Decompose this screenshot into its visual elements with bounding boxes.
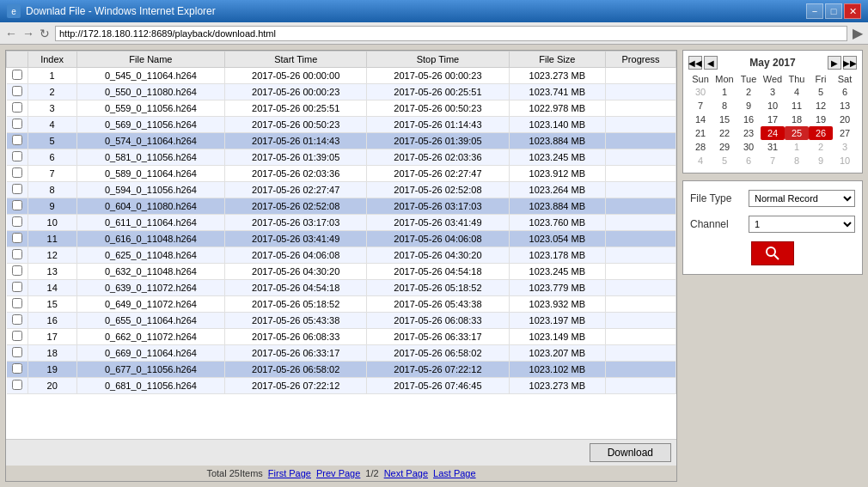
row-checkbox[interactable] (12, 151, 22, 161)
row-checkbox[interactable] (12, 216, 22, 227)
table-row[interactable]: 30_559_0_11056.h2642017-05-26 00:25:5120… (7, 100, 676, 117)
calendar-day[interactable]: 25 (785, 126, 809, 140)
row-checkbox[interactable] (12, 249, 22, 259)
close-button[interactable]: ✕ (844, 3, 861, 19)
calendar-day[interactable]: 23 (737, 126, 761, 140)
calendar-day[interactable]: 22 (712, 126, 737, 140)
calendar-day[interactable]: 20 (833, 113, 857, 126)
search-button[interactable] (751, 241, 794, 265)
last-page-link[interactable]: Last Page (433, 468, 476, 478)
calendar-day[interactable]: 1 (785, 140, 809, 154)
calendar-day[interactable]: 29 (712, 140, 737, 154)
calendar-day[interactable]: 21 (688, 126, 712, 140)
table-row[interactable]: 80_594_0_11056.h2642017-05-26 02:27:4720… (7, 182, 676, 198)
calendar-day[interactable]: 31 (761, 140, 785, 154)
calendar-day[interactable]: 13 (833, 99, 857, 113)
table-row[interactable]: 70_589_0_11064.h2642017-05-26 02:03:3620… (7, 166, 676, 182)
download-button[interactable]: Download (590, 443, 671, 462)
row-checkbox[interactable] (12, 200, 22, 210)
calendar-day[interactable]: 4 (785, 85, 809, 99)
table-row[interactable]: 120_625_0_11048.h2642017-05-26 04:06:082… (7, 247, 676, 264)
row-checkbox[interactable] (12, 184, 22, 194)
table-row[interactable]: 190_677_0_11056.h2642017-05-26 06:58:022… (7, 362, 676, 378)
table-row[interactable]: 130_632_0_11048.h2642017-05-26 04:30:202… (7, 264, 676, 280)
table-row[interactable]: 50_574_0_11064.h2642017-05-26 01:14:4320… (7, 133, 676, 149)
calendar-day[interactable]: 8 (785, 154, 809, 167)
calendar-day[interactable]: 7 (688, 99, 712, 113)
calendar-day[interactable]: 15 (712, 113, 737, 126)
calendar-day[interactable]: 9 (737, 99, 761, 113)
calendar-day[interactable]: 5 (712, 154, 737, 167)
row-checkbox[interactable] (12, 265, 22, 276)
calendar-day[interactable]: 10 (761, 99, 785, 113)
table-row[interactable]: 110_616_0_11048.h2642017-05-26 03:41:492… (7, 231, 676, 247)
row-checkbox[interactable] (12, 167, 22, 178)
calendar-day[interactable]: 8 (712, 99, 737, 113)
calendar-day[interactable]: 28 (688, 140, 712, 154)
table-row[interactable]: 180_669_0_11064.h2642017-05-26 06:33:172… (7, 345, 676, 362)
table-row[interactable]: 140_639_0_11072.h2642017-05-26 04:54:182… (7, 280, 676, 296)
calendar-day[interactable]: 9 (809, 154, 833, 167)
go-icon[interactable]: ▶ (853, 25, 863, 41)
row-checkbox[interactable] (12, 298, 22, 308)
calendar-day[interactable]: 18 (785, 113, 809, 126)
table-row[interactable]: 150_649_0_11072.h2642017-05-26 05:18:522… (7, 296, 676, 313)
calendar-day[interactable]: 2 (737, 85, 761, 99)
table-row[interactable]: 100_611_0_11064.h2642017-05-26 03:17:032… (7, 215, 676, 231)
restore-button[interactable]: □ (825, 3, 842, 19)
calendar-day[interactable]: 3 (833, 140, 857, 154)
calendar-day[interactable]: 16 (737, 113, 761, 126)
channel-select[interactable]: 1234 (749, 216, 855, 233)
file-type-select[interactable]: Normal RecordAlarm RecordManual Record (749, 190, 855, 207)
next-year-button[interactable]: ▶▶ (843, 56, 857, 70)
calendar-day[interactable]: 12 (809, 99, 833, 113)
calendar-day[interactable]: 27 (833, 126, 857, 140)
next-month-button[interactable]: ▶ (828, 56, 841, 70)
row-checkbox[interactable] (12, 119, 22, 129)
table-row[interactable]: 200_681_0_11056.h2642017-05-26 07:22:122… (7, 378, 676, 394)
calendar-day[interactable]: 7 (761, 154, 785, 167)
calendar-day[interactable]: 5 (809, 85, 833, 99)
calendar-day[interactable]: 17 (761, 113, 785, 126)
row-checkbox[interactable] (12, 70, 22, 80)
row-checkbox[interactable] (12, 363, 22, 374)
calendar-day[interactable]: 30 (737, 140, 761, 154)
prev-month-button[interactable]: ◀ (704, 56, 718, 70)
calendar-day[interactable]: 14 (688, 113, 712, 126)
calendar-day[interactable]: 24 (761, 126, 785, 140)
calendar-day[interactable]: 3 (761, 85, 785, 99)
row-checkbox[interactable] (12, 102, 22, 113)
calendar-day[interactable]: 19 (809, 113, 833, 126)
row-checkbox[interactable] (12, 347, 22, 357)
row-checkbox[interactable] (12, 135, 22, 145)
table-row[interactable]: 90_604_0_11080.h2642017-05-26 02:52:0820… (7, 198, 676, 215)
table-row[interactable]: 60_581_0_11056.h2642017-05-26 01:39:0520… (7, 149, 676, 166)
calendar-day[interactable]: 1 (712, 85, 737, 99)
calendar-day[interactable]: 10 (833, 154, 857, 167)
table-row[interactable]: 170_662_0_11072.h2642017-05-26 06:08:332… (7, 329, 676, 345)
row-checkbox[interactable] (12, 314, 22, 325)
calendar-day[interactable]: 11 (785, 99, 809, 113)
table-row[interactable]: 20_550_0_11080.h2642017-05-26 00:00:2320… (7, 84, 676, 100)
table-row[interactable]: 160_655_0_11064.h2642017-05-26 05:43:382… (7, 313, 676, 329)
next-page-link[interactable]: Next Page (384, 468, 428, 478)
calendar-day[interactable]: 30 (688, 85, 712, 99)
calendar-day[interactable]: 2 (809, 140, 833, 154)
calendar-day[interactable]: 4 (688, 154, 712, 167)
calendar-day[interactable]: 26 (809, 126, 833, 140)
calendar-day[interactable]: 6 (737, 154, 761, 167)
refresh-icon[interactable]: ↻ (40, 27, 50, 40)
row-checkbox[interactable] (12, 380, 22, 390)
address-input[interactable] (55, 26, 847, 41)
prev-page-link[interactable]: Prev Page (316, 468, 360, 478)
row-checkbox[interactable] (12, 331, 22, 341)
table-row[interactable]: 10_545_0_11064.h2642017-05-26 00:00:0020… (7, 68, 676, 84)
row-checkbox[interactable] (12, 233, 22, 243)
prev-year-button[interactable]: ◀◀ (688, 56, 702, 70)
row-checkbox[interactable] (12, 282, 22, 292)
row-checkbox[interactable] (12, 86, 22, 96)
table-row[interactable]: 40_569_0_11056.h2642017-05-26 00:50:2320… (7, 117, 676, 133)
first-page-link[interactable]: First Page (268, 468, 311, 478)
minimize-button[interactable]: − (806, 3, 823, 19)
calendar-day[interactable]: 6 (833, 85, 857, 99)
